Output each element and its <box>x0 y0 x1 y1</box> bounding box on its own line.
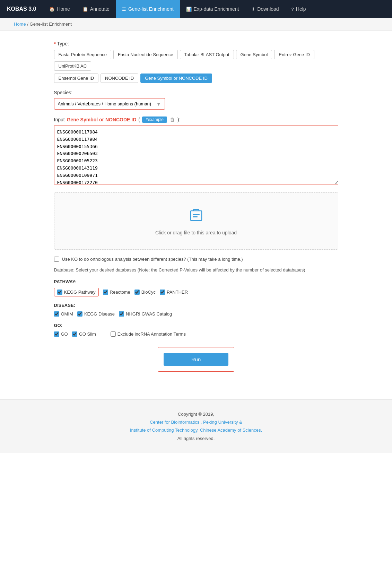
disease-nhgri-checkbox[interactable] <box>119 311 124 317</box>
input-section: Input Gene Symbol or NONCODE ID ( #examp… <box>54 116 338 185</box>
brand: KOBAS 3.0 <box>0 0 43 18</box>
example-button[interactable]: #example <box>142 116 167 123</box>
pathway-reactome-checkbox[interactable] <box>103 290 108 295</box>
upload-icon <box>61 207 331 226</box>
ko-checkbox[interactable] <box>54 257 59 262</box>
type-btn-gene-symbol[interactable]: Gene Symbol <box>236 50 272 59</box>
disease-kegg-option[interactable]: KEGG Disease <box>77 311 115 317</box>
svg-rect-0 <box>191 211 202 221</box>
run-section: Run <box>54 344 338 372</box>
pathway-kegg-checkbox[interactable] <box>57 290 62 295</box>
disease-options: OMIM KEGG Disease NHGRI GWAS Catalog <box>54 311 338 317</box>
pathway-reactome-option[interactable]: Reactome <box>103 290 130 295</box>
download-icon: ⬇ <box>251 7 255 12</box>
nav-gene-list-enrichment[interactable]: ☰ Gene-list Enrichment <box>116 0 180 18</box>
help-icon: ? <box>291 7 294 12</box>
type-buttons-row2: Ensembl Gene ID NONCODE ID Gene Symbol o… <box>54 74 338 83</box>
type-btn-fasta-protein[interactable]: Fasta Protein Sequence <box>54 50 111 59</box>
footer-org2-link[interactable]: Institute of Computing Technology, Chine… <box>130 428 262 433</box>
type-required: * <box>54 41 56 46</box>
exclude-lncrna-option[interactable]: Exclude lncRNA Annotation Terms <box>111 331 186 337</box>
svg-rect-1 <box>193 214 200 215</box>
footer-rights: All rights reserved. <box>7 434 385 442</box>
go-slim-option[interactable]: GO Slim <box>72 331 96 337</box>
type-section: * Type: Fasta Protein Sequence Fasta Nuc… <box>54 41 338 83</box>
pathway-title: PATHWAY: <box>54 279 338 284</box>
pathway-options: KEGG Pathway Reactome BioCyc PANTHER <box>54 288 338 296</box>
home-icon: 🏠 <box>49 7 55 12</box>
run-button[interactable]: Run <box>164 353 229 366</box>
type-btn-entrez-gene-id[interactable]: Entrez Gene ID <box>274 50 314 59</box>
type-btn-ensembl-gene-id[interactable]: Ensembl Gene ID <box>54 74 99 83</box>
disease-nhgri-option[interactable]: NHGRI GWAS Catalog <box>119 311 172 317</box>
nav-home[interactable]: 🏠 Home <box>43 0 76 18</box>
nav-annotate[interactable]: 📋 Annotate <box>76 0 116 18</box>
disease-section: DISEASE: OMIM KEGG Disease NHGRI GWAS Ca… <box>54 303 338 317</box>
disease-title: DISEASE: <box>54 303 338 308</box>
db-note: Database: Select your desired databases … <box>54 267 338 274</box>
species-label: Species: <box>54 90 338 95</box>
pathway-panther-option[interactable]: PANTHER <box>160 290 188 295</box>
species-section: Species: Animals / Vertebrates / Homo sa… <box>54 90 338 110</box>
type-label: * Type: <box>54 41 338 46</box>
nav-help[interactable]: ? Help <box>285 0 312 18</box>
clear-button[interactable]: 🗑 <box>169 117 175 122</box>
footer: Copyright © 2019, Center for Bioinformat… <box>0 399 392 453</box>
gene-input-textarea[interactable]: ENSG00000117984 ENSG00000117984 ENSG0000… <box>54 126 338 184</box>
pathway-kegg-option[interactable]: KEGG Pathway <box>54 288 99 296</box>
go-option[interactable]: GO <box>54 331 68 337</box>
ko-checkbox-label[interactable]: Use KO to do orthologous analysis betwee… <box>62 257 243 262</box>
type-btn-fasta-nucleotide[interactable]: Fasta Nucleotide Sequence <box>113 50 178 59</box>
footer-copyright: Copyright © 2019, <box>7 410 385 418</box>
footer-org1-link[interactable]: Center for Bioinformatics , Peking Unive… <box>150 420 242 425</box>
footer-org2: Institute of Computing Technology, Chine… <box>7 426 385 434</box>
annotate-icon: 📋 <box>82 7 88 12</box>
gene-list-icon: ☰ <box>122 7 126 12</box>
exclude-lncrna-checkbox[interactable] <box>111 331 116 337</box>
breadcrumb-home[interactable]: Home <box>14 21 26 27</box>
navbar: KOBAS 3.0 🏠 Home 📋 Annotate ☰ Gene-list … <box>0 0 392 18</box>
footer-org1: Center for Bioinformatics , Peking Unive… <box>7 418 385 426</box>
pathway-biocyc-option[interactable]: BioCyc <box>134 290 156 295</box>
disease-omim-checkbox[interactable] <box>54 311 59 317</box>
exp-data-icon: 📊 <box>186 7 192 12</box>
svg-rect-2 <box>193 216 198 217</box>
nav-exp-data-enrichment[interactable]: 📊 Exp-data Enrichment <box>180 0 245 18</box>
breadcrumb-separator: / <box>27 21 29 27</box>
pathway-panther-checkbox[interactable] <box>160 290 165 295</box>
go-section: GO: GO GO Slim Exclude lncRNA Annotation… <box>54 323 338 337</box>
run-section-border: Run <box>158 347 235 372</box>
main-content: * Type: Fasta Protein Sequence Fasta Nuc… <box>47 31 345 386</box>
go-title: GO: <box>54 323 338 328</box>
pathway-section: PATHWAY: KEGG Pathway Reactome BioCyc PA… <box>54 279 338 296</box>
go-options: GO GO Slim Exclude lncRNA Annotation Ter… <box>54 331 338 337</box>
upload-text: Click or drag file to this area to uploa… <box>61 230 331 235</box>
breadcrumb: Home / Gene-list Enrichment <box>0 18 392 31</box>
type-btn-tabular-blast[interactable]: Tabular BLAST Output <box>180 50 234 59</box>
species-select-wrapper: Animals / Vertebrates / Homo sapiens (hu… <box>54 98 165 110</box>
type-buttons-row1: Fasta Protein Sequence Fasta Nucleotide … <box>54 50 338 71</box>
ko-checkbox-row: Use KO to do orthologous analysis betwee… <box>54 257 338 262</box>
go-slim-checkbox[interactable] <box>72 331 77 337</box>
go-checkbox[interactable] <box>54 331 59 337</box>
pathway-biocyc-checkbox[interactable] <box>134 290 140 295</box>
disease-omim-option[interactable]: OMIM <box>54 311 73 317</box>
input-label: Input Gene Symbol or NONCODE ID ( #examp… <box>54 116 338 123</box>
disease-kegg-checkbox[interactable] <box>77 311 82 317</box>
type-btn-gene-symbol-noncode[interactable]: Gene Symbol or NONCODE ID <box>140 74 212 83</box>
type-btn-uniprotkb-ac[interactable]: UniProtKB AC <box>54 61 92 71</box>
nav-download[interactable]: ⬇ Download <box>245 0 285 18</box>
type-btn-noncode-id[interactable]: NONCODE ID <box>101 74 138 83</box>
breadcrumb-current: Gene-list Enrichment <box>30 21 72 27</box>
species-select[interactable]: Animals / Vertebrates / Homo sapiens (hu… <box>54 98 165 109</box>
upload-area[interactable]: Click or drag file to this area to uploa… <box>54 192 338 250</box>
input-type-label: Gene Symbol or NONCODE ID <box>67 117 137 122</box>
nav-items: 🏠 Home 📋 Annotate ☰ Gene-list Enrichment… <box>43 0 392 18</box>
